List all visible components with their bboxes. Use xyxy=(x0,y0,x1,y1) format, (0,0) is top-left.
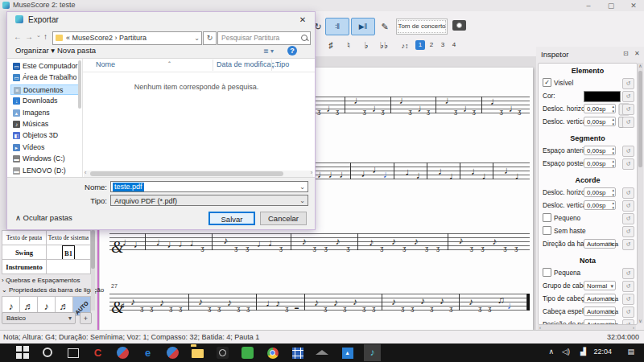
sidebar-scrollbar[interactable] xyxy=(78,60,81,109)
spin-stepper[interactable]: ▴▾ xyxy=(612,146,614,155)
breadcrumb[interactable]: « MuseScore2 › Partitura ⌄ xyxy=(52,31,202,45)
palette-cell-texto-de-sistema[interactable]: Texto de sistema xyxy=(46,230,91,245)
flip-direction-button[interactable]: ♪↕ xyxy=(396,39,414,53)
loop-playback-button[interactable]: ∶‖ xyxy=(325,18,349,35)
minimize-button[interactable]: – xyxy=(581,2,596,10)
notification-icon[interactable]: ▤ xyxy=(627,348,634,356)
voice-button-1[interactable]: 1 xyxy=(415,40,425,50)
select-grupo-de-cabe-a-[interactable]: Normal▾ xyxy=(584,281,616,290)
reset-button[interactable]: ↺ xyxy=(622,200,634,212)
speaker-icon[interactable]: ◁) xyxy=(562,348,570,356)
chevron-down-icon[interactable]: ⌄ xyxy=(299,182,305,192)
column-name[interactable]: Nome xyxy=(96,60,115,68)
forward-icon[interactable]: → xyxy=(25,32,33,41)
reset-button[interactable]: ↺ xyxy=(622,158,634,170)
sidebar-item-m-sicas[interactable]: ♪Músicas xyxy=(10,119,80,130)
taskbar-icon-alarm-clock[interactable] xyxy=(216,346,229,360)
spinbox-desloc-vertical-[interactable]: 0,00sp▴▾ xyxy=(584,200,616,210)
taskbar-icon-cortana[interactable] xyxy=(41,346,55,360)
save-button[interactable]: Salvar xyxy=(208,212,255,225)
chevron-down-icon[interactable]: ⌄ xyxy=(299,195,305,206)
recent-locations-icon[interactable]: ⌄ xyxy=(36,32,41,39)
image-capture-button[interactable] xyxy=(452,20,466,31)
sidebar-item-imagens[interactable]: ▴Imagens xyxy=(10,108,80,118)
clock-time[interactable]: 22:04 xyxy=(593,348,612,356)
file-list-hscrollbar[interactable]: ‹› xyxy=(84,171,313,177)
accidental-natural-icon[interactable]: ♮ xyxy=(343,39,354,51)
tree-item-propriedades-da-barra-de-liga-o[interactable]: ⌄ Propriedades da barra de ligação xyxy=(2,286,104,294)
sort-icon[interactable]: ˆ xyxy=(168,60,171,68)
reset-button[interactable]: ↺ xyxy=(622,226,634,237)
metronome-button[interactable]: ✎ xyxy=(377,18,393,35)
taskbar-icon-start[interactable] xyxy=(16,346,30,360)
cancel-button[interactable]: Cancelar xyxy=(260,212,307,225)
spin-stepper[interactable]: ▴▾ xyxy=(612,200,614,210)
network-icon[interactable]: ▟ xyxy=(580,348,586,356)
spin-stepper[interactable]: ▴▾ xyxy=(612,187,614,197)
sidebar-item-v-deos[interactable]: ▸Vídeos xyxy=(10,142,80,153)
taskbar-icon-task-view[interactable] xyxy=(66,346,80,360)
reset-button[interactable]: ↺ xyxy=(622,306,634,318)
inspector-vscrollbar[interactable]: ∧ ∨ xyxy=(638,63,643,323)
chevron-down-icon[interactable]: ▾ xyxy=(610,282,613,291)
hide-folders-button[interactable]: ∧ Ocultar pastas xyxy=(15,213,72,222)
reset-button[interactable]: ↺ xyxy=(622,78,634,89)
checkbox-vis-vel[interactable]: ✓ xyxy=(543,78,551,87)
taskbar-icon-office[interactable] xyxy=(291,346,304,360)
reset-button[interactable]: ↺ xyxy=(622,268,634,279)
spinbox-desloc-horizontal-[interactable]: 0,00sp▴▾ xyxy=(584,187,616,197)
workspace-select[interactable]: Básico ▾ xyxy=(2,312,76,324)
breadcrumb-path[interactable]: « MuseScore2 › Partitura xyxy=(66,32,147,44)
reset-button[interactable]: ↺ xyxy=(622,117,634,128)
maximize-button[interactable]: ▢ xyxy=(604,2,618,10)
help-icon[interactable]: ? xyxy=(287,46,297,56)
staff-system-4[interactable]: &♯♪ʒʒ♪ʒʒ♪ʒʒ♪ʒʒ♩♪ʒ▬♪ʒ♪ʒ♪ʒʒ♪ʒʒ♪ʒ♪ʒ♪ʒʒ♫♩ xyxy=(109,294,530,311)
sidebar-item-windows-c-[interactable]: ▬Windows (C:) xyxy=(10,154,80,164)
sidebar-item--rea-de-trabalho[interactable]: ▭Área de Trabalho xyxy=(10,72,80,83)
up-icon[interactable]: ↑ xyxy=(43,32,47,41)
spinbox-espa-o-anterior-[interactable]: 0,00sp▴▾ xyxy=(584,146,616,155)
refresh-button[interactable]: ↻ xyxy=(203,31,217,45)
spinbox-desloc-horizontal-[interactable]: 0,00sp▴▾ xyxy=(584,104,616,113)
reset-button[interactable]: ↺ xyxy=(622,239,634,250)
search-input[interactable]: Pesquisar Partitura xyxy=(217,31,311,45)
new-folder-button[interactable]: Nova pasta xyxy=(57,46,96,55)
close-panel-icon[interactable]: ✕ xyxy=(634,50,640,57)
spinbox-desloc-vertical-[interactable]: 0,00sp▴▾ xyxy=(584,117,616,126)
color-swatch[interactable] xyxy=(584,91,621,102)
search-icon[interactable] xyxy=(301,35,308,41)
reset-button[interactable]: ↺ xyxy=(622,319,634,325)
back-icon[interactable]: ← xyxy=(14,32,22,41)
voice-button-4[interactable]: 4 xyxy=(449,40,459,50)
taskbar-icon-edge[interactable]: e xyxy=(141,346,155,360)
reset-button[interactable]: ↺ xyxy=(622,146,634,157)
palette-cell-texto-de-pauta[interactable]: Texto de pauta xyxy=(2,230,47,245)
reset-button[interactable]: ↺ xyxy=(622,213,634,224)
taskbar-icon-app-sphere[interactable] xyxy=(116,346,130,360)
reset-button[interactable]: ↺ xyxy=(622,281,634,292)
palette-scrollbar[interactable] xyxy=(91,230,95,311)
reset-button[interactable]: ↺ xyxy=(622,294,634,305)
spinbox-espa-o-posterior-[interactable]: 0,00sp▴▾ xyxy=(584,158,616,168)
tray-chevron-icon[interactable]: ∧ xyxy=(548,348,554,356)
select-cabe-a-espelhada-[interactable]: Automática▾ xyxy=(584,306,616,316)
tree-item-quebras-e-espa-amentos[interactable]: › Quebras e Espaçamentos xyxy=(2,277,80,284)
sidebar-item-downloads[interactable]: ↓Downloads xyxy=(10,96,80,106)
spin-stepper[interactable]: ▴▾ xyxy=(612,117,614,126)
reset-button[interactable]: ↺ xyxy=(622,187,634,199)
file-name-value[interactable]: teste.pdf xyxy=(113,183,144,191)
float-panel-icon[interactable]: ⊡ xyxy=(623,50,629,57)
taskbar-icon-app-green[interactable] xyxy=(241,346,254,360)
reset-button[interactable]: ↺ xyxy=(622,91,634,102)
chevron-down-icon[interactable]: ▾ xyxy=(610,240,613,249)
select-dire-o-da-haste-[interactable]: Automática▾ xyxy=(584,239,616,249)
checkbox-pequena[interactable] xyxy=(543,268,551,277)
select-posi-o-do-ponto-[interactable]: Automática▾ xyxy=(584,319,616,325)
file-name-input[interactable]: teste.pdf ⌄ xyxy=(110,181,308,192)
staff-system-2[interactable]: ♩♩♩♩♩♩♩♩♩♩♩♩♩♩ xyxy=(316,162,530,179)
play-repeats-button[interactable]: ▶‖ xyxy=(351,18,375,35)
taskbar-icon-photos[interactable]: ▴ xyxy=(341,346,354,360)
close-button[interactable]: ✕ xyxy=(626,2,641,10)
spin-stepper[interactable]: ▴▾ xyxy=(612,104,614,113)
concert-pitch-button[interactable]: Tom de concerto xyxy=(396,19,448,35)
